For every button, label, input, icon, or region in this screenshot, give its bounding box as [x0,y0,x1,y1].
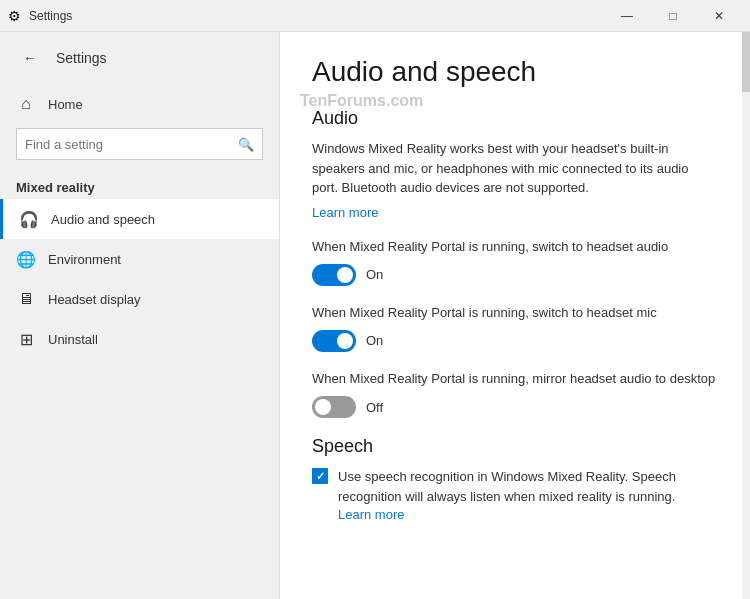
title-bar-title: Settings [29,9,72,23]
sidebar-section-header: Mixed reality [0,172,279,199]
scrollbar-thumb[interactable] [742,32,750,92]
sidebar: ← Settings ⌂ Home 🔍 Mixed reality 🎧 Audi… [0,32,280,599]
maximize-button[interactable]: □ [650,0,696,32]
sidebar-item-uninstall[interactable]: ⊞ Uninstall [0,319,279,359]
minimize-button[interactable]: — [604,0,650,32]
headset-mic-toggle[interactable] [312,330,356,352]
headset-display-icon: 🖥 [16,289,36,309]
headset-mic-state-label: On [366,333,383,348]
headset-display-label: Headset display [48,292,141,307]
audio-speech-icon: 🎧 [19,209,39,229]
audio-speech-label: Audio and speech [51,212,155,227]
uninstall-icon: ⊞ [16,329,36,349]
environment-label: Environment [48,252,121,267]
search-box[interactable]: 🔍 [16,128,263,160]
app-title: Settings [56,50,107,66]
title-bar-left: ⚙ Settings [8,8,72,24]
sidebar-item-environment[interactable]: 🌐 Environment [0,239,279,279]
mirror-audio-setting: When Mixed Reality Portal is running, mi… [312,370,718,418]
speech-recognition-checkbox[interactable] [312,468,328,484]
audio-section-title: Audio [312,108,718,129]
close-button[interactable]: ✕ [696,0,742,32]
audio-learn-more-link[interactable]: Learn more [312,205,378,220]
page-title: Audio and speech [312,56,718,88]
sidebar-nav-top: ← Settings [0,32,279,84]
headset-audio-toggle-row: On [312,264,718,286]
audio-description: Windows Mixed Reality works best with yo… [312,139,718,198]
speech-learn-more-link[interactable]: Learn more [338,507,404,522]
home-label: Home [48,97,83,112]
mirror-audio-state-label: Off [366,400,383,415]
headset-mic-label: When Mixed Reality Portal is running, sw… [312,304,718,322]
home-icon: ⌂ [16,94,36,114]
title-bar: ⚙ Settings — □ ✕ [0,0,750,32]
sidebar-item-headset-display[interactable]: 🖥 Headset display [0,279,279,319]
settings-icon: ⚙ [8,8,21,24]
search-icon[interactable]: 🔍 [238,137,254,152]
title-bar-controls: — □ ✕ [604,0,742,32]
app-body: ← Settings ⌂ Home 🔍 Mixed reality 🎧 Audi… [0,32,750,599]
content-area: TenForums.com Audio and speech Audio Win… [280,32,750,599]
uninstall-label: Uninstall [48,332,98,347]
mirror-audio-toggle[interactable] [312,396,356,418]
headset-audio-state-label: On [366,267,383,282]
sidebar-item-audio-speech[interactable]: 🎧 Audio and speech [0,199,279,239]
mirror-audio-toggle-row: Off [312,396,718,418]
headset-audio-toggle[interactable] [312,264,356,286]
headset-audio-toggle-thumb [337,267,353,283]
speech-recognition-text: Use speech recognition in Windows Mixed … [338,467,718,540]
search-input[interactable] [25,137,232,152]
speech-section-title: Speech [312,436,718,457]
headset-mic-setting: When Mixed Reality Portal is running, sw… [312,304,718,352]
speech-recognition-row: Use speech recognition in Windows Mixed … [312,467,718,540]
headset-mic-toggle-row: On [312,330,718,352]
mirror-audio-toggle-thumb [315,399,331,415]
speech-section: Speech Use speech recognition in Windows… [312,436,718,540]
mirror-audio-label: When Mixed Reality Portal is running, mi… [312,370,718,388]
headset-audio-setting: When Mixed Reality Portal is running, sw… [312,238,718,286]
headset-audio-label: When Mixed Reality Portal is running, sw… [312,238,718,256]
speech-recognition-label: Use speech recognition in Windows Mixed … [338,469,676,504]
back-button[interactable]: ← [16,44,44,72]
sidebar-item-home[interactable]: ⌂ Home [0,84,279,124]
environment-icon: 🌐 [16,249,36,269]
scrollbar-track[interactable] [742,32,750,599]
headset-mic-toggle-thumb [337,333,353,349]
